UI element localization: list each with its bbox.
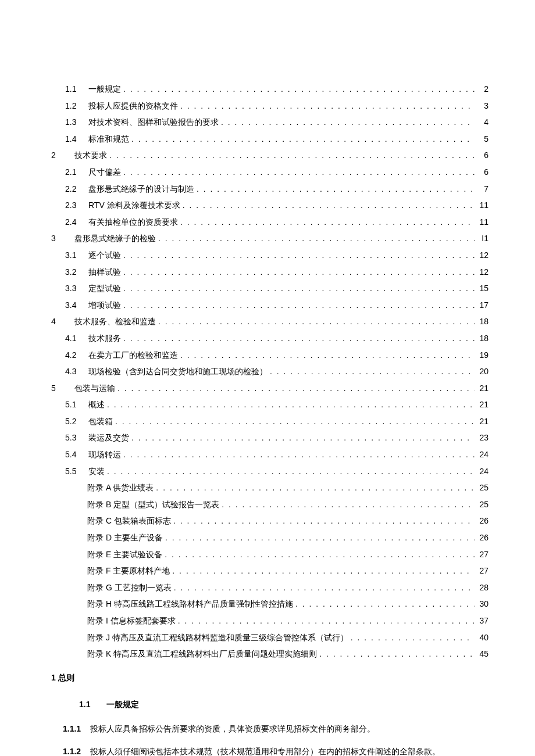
toc-entry[interactable]: 3.3定型试验15 bbox=[47, 281, 488, 296]
toc-entry[interactable]: 附录 J 特高压及直流工程线路材料监造和质量三级综合管控体系（试行）40 bbox=[47, 630, 488, 646]
toc-entry[interactable]: 附录 E 主要试验设备27 bbox=[47, 547, 488, 562]
toc-entry[interactable]: 3.2抽样试验12 bbox=[47, 264, 488, 280]
toc-entry[interactable]: 3盘形悬式绝缘子的检验I1 bbox=[47, 231, 488, 246]
toc-title: 有关抽检单位的资质要求 bbox=[88, 214, 178, 230]
toc-entry[interactable]: 附录 I 信息标签配套要求37 bbox=[47, 613, 488, 629]
toc-entry[interactable]: 5.2包装箱21 bbox=[47, 414, 488, 429]
toc-entry[interactable]: 3.1逐个试验12 bbox=[47, 248, 488, 263]
toc-number: 3 bbox=[51, 231, 65, 246]
para-num: 1.1.1 bbox=[63, 724, 81, 733]
toc-page-number: 24 bbox=[477, 464, 488, 479]
para-num: 1.1.2 bbox=[63, 747, 81, 756]
toc-entry[interactable]: 附录 K 特高压及直流工程线路材料出厂后质量问题处理实施细则45 bbox=[47, 646, 488, 662]
toc-number: 3.1 bbox=[65, 248, 79, 263]
toc-page-number: 4 bbox=[477, 114, 488, 130]
toc-entry[interactable]: 附录 A 供货业绩表25 bbox=[47, 480, 488, 496]
toc-number: 3.3 bbox=[65, 281, 79, 296]
toc-number: 5.1 bbox=[65, 397, 79, 413]
toc-leader-dots bbox=[107, 464, 475, 479]
toc-page-number: 40 bbox=[477, 630, 488, 646]
toc-entry[interactable]: 2.2盘形悬式绝缘子的设计与制造7 bbox=[47, 181, 488, 197]
toc-number: 1.4 bbox=[65, 131, 79, 147]
toc-entry[interactable]: 5.5安装24 bbox=[47, 464, 488, 479]
toc-title: 技术服务、检验和监造 bbox=[74, 314, 156, 329]
toc-leader-dots bbox=[156, 480, 475, 496]
toc-number: 5.5 bbox=[65, 464, 79, 479]
toc-title: 对技术资料、图样和试验报告的要求 bbox=[88, 114, 219, 130]
toc-number: 2.4 bbox=[65, 214, 79, 230]
toc-leader-dots bbox=[270, 364, 475, 379]
toc-title: 附录 F 主要原材料产地 bbox=[87, 563, 170, 579]
toc-entry[interactable]: 5包装与运输21 bbox=[47, 381, 488, 396]
section-title: 总则 bbox=[58, 673, 74, 682]
toc-title: 附录 K 特高压及直流工程线路材料出厂后质量问题处理实施细则 bbox=[87, 646, 317, 662]
toc-entry[interactable]: 1.3对技术资料、图样和试验报告的要求4 bbox=[47, 114, 488, 130]
toc-title: RTV 涂料及涂覆技术要求 bbox=[88, 198, 180, 213]
toc-leader-dots bbox=[123, 281, 475, 296]
toc-page-number: 6 bbox=[477, 148, 488, 163]
toc-entry[interactable]: 2.1尺寸偏差6 bbox=[47, 164, 488, 180]
toc-page-number: 30 bbox=[477, 596, 488, 612]
toc-page-number: 11 bbox=[477, 214, 488, 230]
toc-number: 5.4 bbox=[65, 447, 79, 463]
toc-page-number: 21 bbox=[477, 414, 488, 429]
toc-leader-dots bbox=[221, 114, 475, 130]
toc-page-number: 45 bbox=[477, 646, 488, 662]
toc-entry[interactable]: 附录 B 定型（型式）试验报告一览表25 bbox=[47, 497, 488, 513]
toc-entry[interactable]: 5.4现场转运24 bbox=[47, 447, 488, 463]
toc-page-number: 3 bbox=[477, 98, 488, 114]
subsection-heading-1-1: 1.1 一般规定 bbox=[79, 697, 488, 712]
toc-leader-dots bbox=[123, 248, 475, 263]
toc-leader-dots bbox=[123, 264, 475, 280]
toc-entry[interactable]: 1.1一般规定2 bbox=[47, 81, 488, 97]
toc-entry[interactable]: 2技术要求6 bbox=[47, 148, 488, 163]
toc-number: 2.1 bbox=[65, 164, 79, 180]
toc-leader-dots bbox=[174, 580, 475, 596]
toc-entry[interactable]: 5.3装运及交货23 bbox=[47, 430, 488, 446]
toc-page-number: 26 bbox=[477, 513, 488, 529]
toc-entry[interactable]: 4.3现场检验（含到达合同交货地和施工现场的检验）20 bbox=[47, 364, 488, 379]
toc-leader-dots bbox=[178, 613, 475, 629]
toc-entry[interactable]: 2.3RTV 涂料及涂覆技术要求11 bbox=[47, 198, 488, 213]
toc-title: 一般规定 bbox=[88, 81, 121, 97]
toc-entry[interactable]: 4.2在卖方工厂的检验和监造19 bbox=[47, 347, 488, 363]
toc-title: 附录 I 信息标签配套要求 bbox=[87, 613, 176, 629]
toc-number: 5.3 bbox=[65, 430, 79, 446]
toc-title: 包装与运输 bbox=[74, 381, 115, 396]
toc-entry[interactable]: 附录 F 主要原材料产地27 bbox=[47, 563, 488, 579]
toc-page-number: 17 bbox=[477, 298, 488, 313]
toc-leader-dots bbox=[123, 331, 475, 346]
toc-entry[interactable]: 3.4增项试验17 bbox=[47, 298, 488, 313]
toc-title: 概述 bbox=[88, 397, 105, 413]
toc-page-number: 25 bbox=[477, 480, 488, 496]
toc-entry[interactable]: 附录 D 主要生产设备26 bbox=[47, 530, 488, 546]
toc-entry[interactable]: 附录 G 工艺控制一览表28 bbox=[47, 580, 488, 596]
toc-leader-dots bbox=[173, 513, 475, 529]
toc-leader-dots bbox=[295, 596, 475, 612]
toc-entry[interactable]: 附录 C 包装箱表面标志26 bbox=[47, 513, 488, 529]
toc-number: 1.1 bbox=[65, 81, 79, 97]
toc-leader-dots bbox=[123, 447, 475, 463]
toc-page-number: 25 bbox=[477, 497, 488, 513]
toc-page-number: 12 bbox=[477, 264, 488, 280]
subsection-num: 1.1 bbox=[79, 697, 90, 712]
toc-entry[interactable]: 4技术服务、检验和监造18 bbox=[47, 314, 488, 329]
toc-entry[interactable]: 附录 H 特高压线路工程线路材料产品质量强制性管控措施30 bbox=[47, 596, 488, 612]
toc-page-number: 20 bbox=[477, 364, 488, 379]
toc-entry[interactable]: 4.1技术服务18 bbox=[47, 331, 488, 346]
toc-page-number: 27 bbox=[477, 547, 488, 562]
toc-title: 附录 H 特高压线路工程线路材料产品质量强制性管控措施 bbox=[87, 596, 293, 612]
toc-leader-dots bbox=[158, 314, 475, 329]
toc-leader-dots bbox=[183, 198, 475, 213]
toc-entry[interactable]: 5.1概述21 bbox=[47, 397, 488, 413]
toc-entry[interactable]: 1.4标准和规范5 bbox=[47, 131, 488, 147]
toc-entry[interactable]: 1.2投标人应提供的资格文件3 bbox=[47, 98, 488, 114]
toc-leader-dots bbox=[123, 81, 475, 97]
toc-entry[interactable]: 2.4有关抽检单位的资质要求11 bbox=[47, 214, 488, 230]
toc-leader-dots bbox=[197, 181, 475, 197]
toc-page-number: 5 bbox=[477, 131, 488, 147]
toc-page-number: 27 bbox=[477, 563, 488, 579]
toc-leader-dots bbox=[172, 563, 475, 579]
toc-title: 技术服务 bbox=[88, 331, 121, 346]
toc-page-number: 21 bbox=[477, 397, 488, 413]
